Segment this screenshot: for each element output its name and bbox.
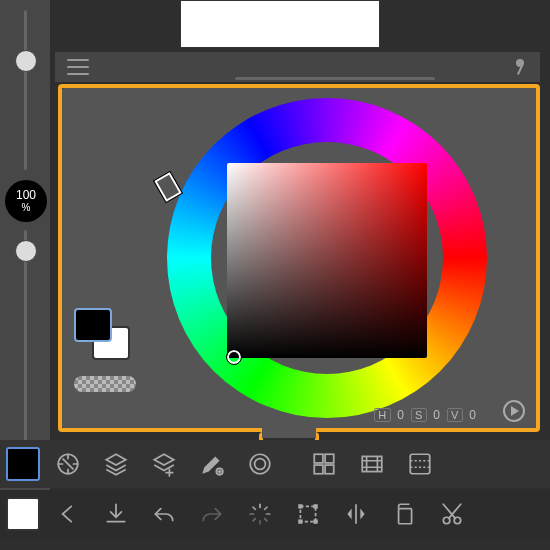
h-value: 0	[397, 408, 405, 422]
layers-icon[interactable]	[96, 444, 136, 484]
svg-rect-7	[325, 465, 334, 474]
layer-fx-icon[interactable]	[144, 444, 184, 484]
opacity-badge[interactable]: 100 %	[5, 180, 47, 222]
flip-icon[interactable]	[336, 494, 376, 534]
svg-rect-5	[325, 454, 334, 463]
s-value: 0	[433, 408, 441, 422]
opacity-value: 100	[16, 189, 36, 202]
pin-icon[interactable]	[512, 59, 528, 75]
brush-settings-icon[interactable]	[192, 444, 232, 484]
foreground-swatch[interactable]	[74, 308, 112, 342]
toolbar-secondary	[0, 490, 550, 538]
left-rail: 100 %	[0, 0, 50, 490]
color-picker-panel: H 0 S 0 V 0	[62, 88, 537, 428]
toolbar-main	[0, 440, 550, 488]
brush-size-slider-knob[interactable]	[15, 50, 37, 72]
svg-rect-15	[399, 509, 412, 524]
filmstrip-icon[interactable]	[352, 444, 392, 484]
color-sampler-icon[interactable]	[48, 444, 88, 484]
export-icon[interactable]	[96, 494, 136, 534]
sv-cursor[interactable]	[227, 350, 241, 364]
color-history-play-icon[interactable]	[503, 400, 525, 422]
svg-rect-8	[362, 456, 382, 471]
header-drag-handle[interactable]	[235, 77, 435, 80]
highlight-bridge	[262, 428, 316, 438]
cut-icon[interactable]	[432, 494, 472, 534]
toolbar-bg-swatch[interactable]	[6, 497, 40, 531]
svg-rect-12	[313, 504, 317, 508]
opacity-slider-knob[interactable]	[15, 240, 37, 262]
svg-rect-14	[313, 519, 317, 523]
grid-panel-icon[interactable]	[400, 444, 440, 484]
hamburger-menu-icon[interactable]	[67, 59, 89, 75]
svg-rect-10	[300, 506, 315, 521]
svg-rect-6	[314, 465, 323, 474]
back-icon[interactable]	[48, 494, 88, 534]
color-swatches	[74, 308, 139, 368]
svg-point-3	[255, 459, 266, 470]
transform-icon[interactable]	[288, 494, 328, 534]
circle-tool-icon[interactable]	[240, 444, 280, 484]
v-value: 0	[469, 408, 477, 422]
redo-icon[interactable]	[192, 494, 232, 534]
svg-rect-9	[410, 454, 430, 474]
s-label: S	[411, 408, 427, 422]
opacity-unit: %	[22, 202, 31, 213]
v-label: V	[447, 408, 463, 422]
h-label: H	[374, 408, 391, 422]
panels-icon[interactable]	[304, 444, 344, 484]
undo-icon[interactable]	[144, 494, 184, 534]
svg-rect-4	[314, 454, 323, 463]
hsv-readout: H 0 S 0 V 0	[374, 408, 477, 422]
svg-rect-13	[298, 519, 302, 523]
loading-icon[interactable]	[240, 494, 280, 534]
canvas-thumbnail	[180, 0, 380, 48]
svg-point-2	[250, 454, 270, 474]
svg-rect-11	[298, 504, 302, 508]
brush-size-slider-track[interactable]	[24, 10, 27, 170]
sv-square[interactable]	[227, 163, 427, 358]
copy-icon[interactable]	[384, 494, 424, 534]
opacity-slider-track[interactable]	[24, 230, 27, 470]
transparency-swatch[interactable]	[74, 376, 136, 392]
toolbar-fg-swatch[interactable]	[6, 447, 40, 481]
color-panel-header	[55, 52, 540, 82]
